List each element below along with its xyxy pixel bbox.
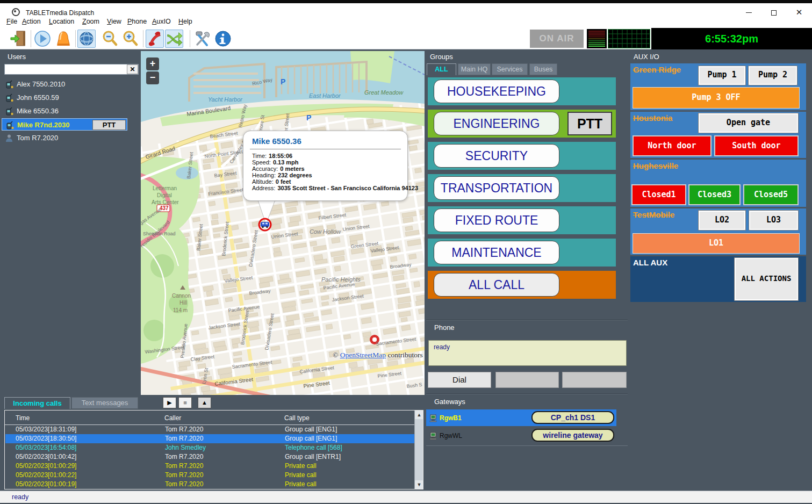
radio-user-icon [5,80,13,89]
calls-column-header: Time [16,414,30,422]
tools-icon[interactable] [193,30,211,48]
raise-panel-button[interactable]: ▲ [198,397,211,408]
users-panel-title: Users [8,53,26,61]
groups-tab-main-hq[interactable]: Main HQ [458,63,491,75]
titlebar[interactable]: TABLETmedia Dispatch ✕ [0,3,812,16]
group-button[interactable]: HOUSEKEEPING [434,80,559,103]
aux-button[interactable]: LO2 [698,210,746,231]
calls-tab-text-messages[interactable]: Text messages [71,397,138,409]
group-button[interactable]: ENGINEERING [434,112,559,135]
group-button[interactable]: SECURITY [434,144,559,168]
aux-button[interactable]: North door closed [633,135,712,156]
groups-tab-services[interactable]: Services [492,63,528,75]
phone-status-text: ready [434,343,450,351]
call-row[interactable]: 05/02/2023[01:00:29]Tom R7.2020Private c… [5,462,414,471]
call-row[interactable]: 05/02/2023[01:00:19]Tom R7.2020Private c… [5,480,414,489]
calls-scrollbar[interactable]: ▲ ▼ [414,411,423,489]
menu-phone[interactable]: Phone [127,18,147,25]
group-button[interactable]: FIXED ROUTE [434,208,559,232]
call-row[interactable]: 05/03/2023[16:54:08]John SmedleyTelephon… [5,443,414,452]
user-ptt-button[interactable]: PTT [92,120,126,130]
map[interactable]: 437 Yacht HarborEast HarborPPMarina Boul… [141,51,425,395]
stop-call-button[interactable]: ■ [178,397,192,408]
gateway-name: RgwB1 [440,414,462,422]
aux-button[interactable]: Open gate [698,113,799,133]
gateway-action-button[interactable]: wireline gateway [531,429,614,442]
user-row[interactable]: Alex 7550.2010 [2,78,127,90]
aux-button[interactable]: Closed1 [631,184,686,205]
on-air-indicator[interactable]: ON AIR [530,30,584,48]
phone-button-3[interactable] [562,372,627,388]
groups-tab-buses[interactable]: Buses [529,63,557,75]
popup-field: Time:18:55:06 [252,153,292,159]
phone-button-2[interactable] [495,372,559,388]
menu-action[interactable]: Action [22,18,41,25]
call-row[interactable]: 05/02/2023[01:00:42]Tom R7.2020Group cal… [5,452,414,462]
audio-level-meter [587,29,607,48]
gateway-icon [429,431,438,440]
aux-all-section: ALL AUXALL ACTIONS [630,256,806,302]
shuffle-arrows-icon[interactable] [165,30,183,48]
phone-call-icon[interactable] [146,30,164,48]
aux-button[interactable]: Pump 1 OFF [698,66,746,85]
aux-button[interactable]: LO3 [749,210,799,231]
menu-file[interactable]: File [6,18,17,25]
menu-zoom[interactable]: Zoom [82,18,99,25]
call-row[interactable]: 05/03/2023[18:30:50]Tom R7.2020Group cal… [5,434,414,443]
popup-field: Speed:0.13 mph [252,159,299,165]
groups-tab-all[interactable]: ALL [427,63,456,75]
group-button[interactable]: TRANSPORTATION [434,176,559,200]
user-row[interactable]: Tom R7.2020 [2,132,127,144]
aux-section-label: Houstonia [633,113,672,123]
menu-view[interactable]: View [107,18,121,25]
zoom-in-icon[interactable] [121,30,140,48]
aux-section: HughesvilleClosed1Closed3Closed5 [630,160,806,207]
aux-button[interactable]: Pump 2 OFF [748,66,797,85]
gateway-row[interactable]: RgwWLwireline gateway [426,427,616,444]
gateways-panel-title: Gateways [434,398,465,406]
aux-button[interactable]: South door closed [714,135,799,156]
user-row[interactable]: Mike 6550.36 [2,105,127,117]
user-row[interactable]: Mike R7nd.2030PTT [2,118,127,131]
gps-globe-icon[interactable] [77,30,96,48]
menu-help[interactable]: Help [178,18,192,25]
popup-field: Address:3035 Scott Street - San Francisc… [252,185,418,191]
call-row[interactable]: 05/03/2023[18:31:09]Tom R7.2020Group cal… [5,425,414,434]
play-call-button[interactable]: ▶ [163,397,176,408]
menu-location[interactable]: Location [49,18,74,25]
exit-icon[interactable] [10,30,28,48]
user-name: Alex 7550.2010 [17,78,65,90]
aux-button[interactable]: LO1 [633,233,800,254]
group-button[interactable]: MAINTENANCE [434,241,559,264]
aux-button[interactable]: Closed5 [743,184,799,205]
map-zoom-in-button[interactable]: + [146,57,159,70]
menu-bar: FileActionLocationZoomViewPhoneAuxIOHelp [0,16,812,28]
radio-user-icon [5,107,13,116]
clear-search-button[interactable]: ✕ [127,64,138,74]
scroll-down-icon[interactable]: ▼ [415,480,423,489]
calls-tab-incoming-calls[interactable]: Incoming calls [4,397,70,409]
map-label: Yacht Harbor [208,96,243,103]
info-icon[interactable] [214,30,232,48]
play-icon[interactable] [33,30,52,48]
gateway-action-button[interactable]: CP_ch1 DS1 [531,411,614,424]
user-search-input[interactable] [5,64,126,74]
group-ptt-button[interactable]: PTT [567,112,612,135]
gateway-icon [429,414,438,422]
map-zoom-out-button[interactable]: − [146,71,159,84]
aux-section-label: Hughesville [633,161,678,170]
calls-column-header: Call type [284,414,310,422]
group-button[interactable]: ALL CALL [434,273,559,297]
scroll-up-icon[interactable]: ▲ [415,411,423,419]
siren-icon[interactable] [54,30,73,48]
user-row[interactable]: John 6550.59 [2,91,127,104]
gateway-row[interactable]: RgwB1CP_ch1 DS1 [426,409,616,426]
dial-button[interactable]: Dial [428,372,491,388]
aux-button[interactable]: Pump 3 OFF [633,87,800,109]
aux-button[interactable]: Closed3 [688,184,741,205]
zoom-out-icon[interactable] [101,30,119,48]
call-row[interactable]: 05/02/2023[01:00:22]Tom R7.2020Private c… [5,471,414,480]
aux-button[interactable]: ALL ACTIONS [734,257,799,301]
osm-link[interactable]: OpenStreetMap [340,351,386,359]
menu-auxio[interactable]: AuxIO [152,18,171,25]
